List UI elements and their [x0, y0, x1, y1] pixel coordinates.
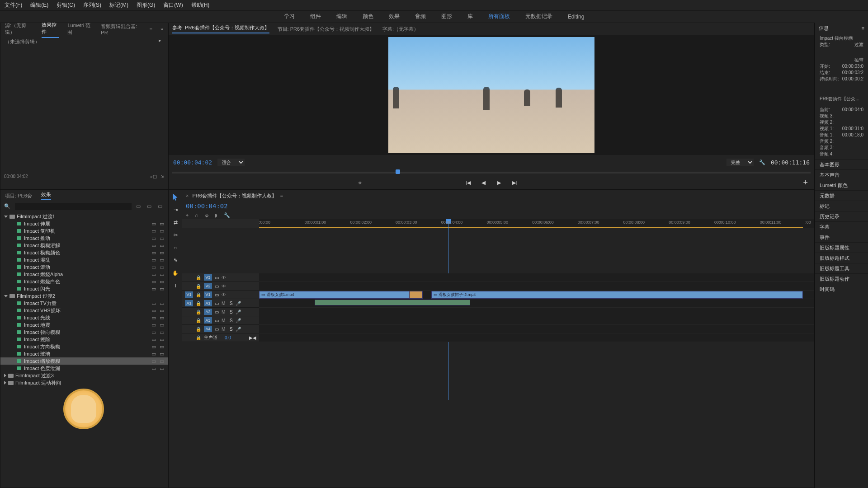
tab-menu-icon[interactable]: ≡ — [280, 193, 283, 198]
tree-folder[interactable]: FilmImpact 过渡2 — [0, 292, 168, 300]
tree-folder[interactable]: FilmImpact 运动补间 — [0, 379, 168, 386]
snap-icon[interactable]: ⌖ — [186, 212, 189, 218]
go-to-out-icon[interactable]: ▶| — [511, 179, 518, 186]
insert-icon[interactable]: ◗ — [215, 212, 217, 218]
mark-in-icon[interactable]: ⎆ — [359, 180, 362, 185]
workspace-tab[interactable]: 音频 — [415, 13, 426, 20]
source-footer-icons[interactable]: ▹▢ ⇲ — [151, 174, 164, 179]
video-clip[interactable]: ▭ 滑板女孩帽子-2.mp4 — [431, 291, 803, 299]
menu-item[interactable]: 图形(G) — [137, 1, 155, 9]
tree-folder[interactable]: FilmImpact 过渡1 — [0, 213, 168, 220]
panel-tab[interactable]: 时间码 — [815, 284, 868, 294]
panel-tab[interactable]: 历史记录 — [815, 211, 868, 221]
panel-tab[interactable]: Lumetri 颜色 — [815, 180, 868, 190]
audio-lane[interactable] — [259, 308, 814, 316]
workspace-tab[interactable]: 学习 — [284, 13, 295, 20]
workspace-tab[interactable]: 颜色 — [363, 13, 373, 20]
menu-item[interactable]: 帮助(H) — [191, 1, 210, 9]
expand-icon[interactable]: ▸ — [159, 38, 161, 43]
source-menu-icon[interactable]: ≡ — [149, 26, 152, 32]
workspace-tab[interactable]: 效果 — [389, 13, 400, 20]
video-track-header[interactable]: 🔒V2▭👁 — [182, 282, 259, 291]
audio-lane[interactable] — [259, 299, 814, 308]
pen-tool-icon[interactable]: ✎ — [171, 256, 179, 264]
audio-lane[interactable] — [259, 325, 814, 333]
play-icon[interactable]: ▶ — [495, 179, 503, 186]
master-track-header[interactable]: 🔒主声道0.0▶◀ — [182, 333, 259, 342]
audio-track-header[interactable]: 🔒A2▭MS🎤 — [182, 308, 259, 316]
audio-track-header[interactable]: 🔒A3▭MS🎤 — [182, 316, 259, 325]
zoom-left-select[interactable]: 适合 — [217, 159, 245, 166]
tree-item[interactable]: Impact 方向模糊▭▭ — [0, 343, 168, 350]
tree-item[interactable]: Impact 模糊溶解▭▭ — [0, 242, 168, 249]
audio-clip[interactable] — [315, 300, 470, 305]
tree-item[interactable]: Impact 推动▭▭ — [0, 235, 168, 242]
workspace-tab[interactable]: 组件 — [310, 13, 321, 20]
workspace-tab[interactable]: 库 — [467, 13, 473, 20]
program-tc-left[interactable]: 00:00:04:02 — [173, 159, 212, 166]
tree-item[interactable]: Impact 擦除▭▭ — [0, 336, 168, 343]
tree-item[interactable]: Impact 燃烧白色▭▭ — [0, 278, 168, 285]
menu-item[interactable]: 窗口(W) — [163, 1, 183, 9]
video-track-header[interactable]: V1🔒V1▭👁 — [182, 291, 259, 299]
settings-icon[interactable]: 🔧 — [759, 160, 765, 165]
tree-item[interactable]: Impact 径向模糊▭▭ — [0, 328, 168, 336]
hand-tool-icon[interactable]: ✋ — [171, 269, 179, 277]
video-lane[interactable] — [259, 282, 814, 291]
program-tab[interactable]: 节目: PR6套插件【公众号：视频制作大叔】 — [278, 26, 375, 33]
tree-item[interactable]: Impact 模糊颜色▭▭ — [0, 249, 168, 256]
slip-tool-icon[interactable]: ↔ — [171, 244, 179, 252]
tree-item[interactable]: Impact 色度泄漏▭▭ — [0, 365, 168, 372]
tree-item[interactable]: Impact VHS损坏▭▭ — [0, 307, 168, 314]
project-tab[interactable]: 项目: PE6套 — [5, 192, 32, 199]
panel-tab[interactable]: 旧版标题工具 — [815, 263, 868, 273]
ripple-tool-icon[interactable]: ⇄ — [171, 218, 179, 226]
video-preview[interactable] — [169, 35, 814, 155]
razor-tool-icon[interactable]: ✂ — [171, 231, 179, 239]
effects-search-input[interactable] — [15, 203, 132, 210]
tree-item[interactable]: Impact 燃烧Alpha▭▭ — [0, 271, 168, 278]
workspace-tab[interactable]: 编辑 — [336, 13, 347, 20]
tree-item[interactable]: Impact TV力量▭▭ — [0, 300, 168, 307]
tree-item[interactable]: Impact 伸展▭▭ — [0, 220, 168, 227]
program-scrubber[interactable] — [172, 169, 811, 176]
panel-tab[interactable]: 旧版标题样式 — [815, 253, 868, 263]
workspace-tab[interactable]: 所有面板 — [488, 13, 510, 20]
tree-item[interactable]: Impact 光线▭▭ — [0, 314, 168, 321]
video-clip[interactable]: ▭ 滑板女孩1.mp4 — [259, 291, 420, 299]
marker-icon[interactable]: ⬙ — [205, 212, 208, 218]
reference-tab[interactable]: 参考: PR6套插件【公众号：视频制作大叔】 — [172, 24, 269, 33]
zoom-right-select[interactable]: 完整 — [726, 159, 754, 166]
sequence-tab[interactable]: PR6套插件【公众号：视频制作大叔】 — [192, 192, 276, 199]
type-tool-icon[interactable]: T — [171, 282, 179, 290]
menu-item[interactable]: 标记(M) — [109, 1, 128, 9]
video-track-header[interactable]: 🔒V3▭👁 — [182, 273, 259, 282]
selection-tool-icon[interactable] — [171, 193, 179, 201]
tree-item[interactable]: Impact 玻璃▭▭ — [0, 350, 168, 357]
track-select-tool-icon[interactable]: ⇥ — [171, 206, 179, 214]
panel-tab[interactable]: 基本图形 — [815, 159, 868, 169]
wrench-icon[interactable]: 🔧 — [224, 212, 230, 218]
timeline-timecode[interactable]: 00:00:04:02 — [186, 202, 228, 210]
panel-tab[interactable]: 字幕 — [815, 221, 868, 232]
panel-menu-icon[interactable]: ≡ — [862, 25, 864, 31]
audio-track-header[interactable]: A1🔒A1▭MS🎤 — [182, 299, 259, 308]
tree-item[interactable]: Impact 地震▭▭ — [0, 321, 168, 328]
panel-tab[interactable]: 旧版标题属性 — [815, 242, 868, 253]
panel-tab[interactable]: 元数据 — [815, 190, 868, 201]
menu-item[interactable]: 剪辑(C) — [57, 1, 75, 9]
tree-item[interactable]: Impact 复印机▭▭ — [0, 227, 168, 235]
panel-tab[interactable]: 基本声音 — [815, 169, 868, 180]
panel-tab[interactable]: 事件 — [815, 232, 868, 242]
tree-item[interactable]: Impact 混乱▭▭ — [0, 256, 168, 263]
step-back-icon[interactable]: ◀| — [480, 179, 487, 186]
timeline-ruler[interactable]: :00:0000:00:01:0000:00:02:0000:00:03:000… — [259, 219, 814, 228]
preset-bin-icon-3[interactable]: ▭ — [158, 203, 164, 210]
go-to-in-icon[interactable]: |◀ — [465, 179, 472, 186]
menu-item[interactable]: 文件(F) — [5, 1, 22, 9]
caption-tab[interactable]: 字幕:（无字幕） — [382, 26, 419, 33]
tree-item[interactable]: Impact 闪光▭▭ — [0, 285, 168, 292]
preset-bin-icon[interactable]: ▭ — [136, 203, 142, 210]
tree-item[interactable]: Impact 缩放模糊▭▭ — [0, 357, 168, 365]
tree-item[interactable]: Impact 滚动▭▭ — [0, 263, 168, 271]
